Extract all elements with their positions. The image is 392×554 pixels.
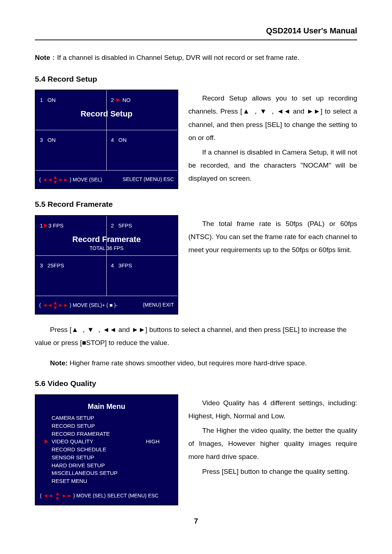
sec55-text: The total frame rate is 50fps (PAL) or 6… bbox=[188, 215, 357, 258]
cell-4-val: ON bbox=[118, 137, 127, 143]
menu-item-label: RECORD FRAMERATE bbox=[52, 430, 110, 438]
framerate-cell-1: 13 FPS bbox=[36, 216, 107, 256]
framerate-cell-4: 4 3FPS bbox=[107, 256, 178, 296]
main-menu-title: Main Menu bbox=[40, 400, 173, 413]
footer-text: ) MOVE (SEL) SELECT (MENU) ESC bbox=[73, 492, 159, 500]
sec54-text: Record Setup allows you to set up record… bbox=[188, 90, 357, 186]
menu-item-label: MISCELLANEOUS SETUP bbox=[52, 469, 118, 477]
footer-right: SELECT (MENU) ESC bbox=[123, 175, 174, 184]
nav-arrows-icon: ◄◄ ▲▼ ►► bbox=[42, 300, 68, 310]
cell-3-val: ON bbox=[48, 137, 56, 143]
footer-open: ( bbox=[40, 492, 42, 500]
manual-title: QSD2014 User's Manual bbox=[266, 26, 357, 35]
note-text: If a channel is disabled in Channel Setu… bbox=[57, 54, 299, 61]
sec55-note-label: Note: bbox=[50, 359, 68, 367]
sec54-para2: If a channel is disabled in Camera Setup… bbox=[188, 146, 357, 185]
record-setup-cell-4: 4 ON bbox=[107, 130, 178, 170]
cell-3-num: 3 bbox=[40, 262, 43, 268]
cell-2-num: 2 bbox=[111, 97, 114, 103]
sec55-para1: The total frame rate is 50fps (PAL) or 6… bbox=[188, 217, 357, 257]
footer-open: ( bbox=[39, 177, 41, 182]
record-setup-footer: ( ◄◄ ▲▼ ►► ) MOVE (SEL) SELECT (MENU) ES… bbox=[36, 170, 177, 188]
sec55-note-text: Higher frame rate shows smoother video, … bbox=[68, 359, 307, 367]
main-menu-footer: ( ◄◄ ▲▼ ►► ) MOVE (SEL) SELECT (MENU) ES… bbox=[40, 491, 173, 501]
cell-3-val: 25FPS bbox=[48, 262, 64, 268]
menu-item-label: RECORD SCHEDULE bbox=[52, 446, 106, 454]
note-channel-setup: Note：If a channel is disabled in Channel… bbox=[35, 52, 357, 63]
heading-5-5: 5.5 Record Framerate bbox=[35, 198, 357, 211]
footer-open: ( bbox=[39, 302, 41, 308]
nav-arrows-icon: ◄◄ ▲▼ ►► bbox=[42, 175, 68, 185]
page-header: QSD2014 User's Manual bbox=[35, 24, 357, 40]
menu-item-label: VIDEO QUALITY bbox=[52, 438, 93, 446]
menu-item-camera-setup: CAMERA SETUP bbox=[52, 414, 173, 422]
note-sep: ： bbox=[50, 54, 57, 61]
menu-item-value: HIGH bbox=[146, 438, 160, 446]
menu-item-label: RESET MENU bbox=[52, 477, 87, 485]
nav-arrows-icon: ◄◄ ▲▼ ►► bbox=[43, 491, 72, 501]
cell-1-num: 1 bbox=[40, 97, 43, 103]
page-number: 7 bbox=[35, 515, 357, 527]
sec56-para1: Video Quality has 4 different settings, … bbox=[188, 397, 357, 423]
cell-2-val: NO bbox=[122, 97, 131, 103]
sec56-para2: The Higher the video quality, the better… bbox=[188, 424, 357, 463]
record-framerate-footer: ( ◄◄ ▲▼ ►► ) MOVE (SEL)+ ( ■ )- (MENU) E… bbox=[36, 296, 177, 314]
sec56-para3: Press [SEL] button to change the quality… bbox=[188, 465, 357, 478]
sec54-para1: Record Setup allows you to set up record… bbox=[188, 92, 357, 144]
cell-2-val: 5FPS bbox=[118, 222, 132, 229]
cell-2-num: 2 bbox=[111, 222, 114, 229]
menu-item-miscellaneous-setup: MISCELLANEOUS SETUP bbox=[52, 469, 173, 477]
menu-item-label: RECORD SETUP bbox=[52, 422, 95, 430]
sec56-text: Video Quality has 4 different settings, … bbox=[188, 394, 357, 480]
footer-left: ) MOVE (SEL) bbox=[70, 177, 102, 182]
menu-item-record-setup: RECORD SETUP bbox=[52, 422, 173, 430]
main-menu-panel: Main Menu CAMERA SETUP RECORD SETUP RECO… bbox=[35, 394, 178, 505]
sec55-below1: Press [▲ ，▼ ，◄◄ and ►►] buttons to selec… bbox=[35, 323, 357, 349]
cell-3-num: 3 bbox=[40, 137, 43, 143]
record-setup-panel: 1 ON 2 NO 3 ON 4 ON Record Setup bbox=[35, 90, 178, 189]
cursor-right-icon bbox=[117, 98, 120, 102]
cell-1-num: 1 bbox=[40, 222, 43, 229]
framerate-cell-2: 2 5FPS bbox=[107, 216, 178, 256]
record-setup-cell-1: 1 ON bbox=[36, 90, 107, 130]
cursor-right-icon bbox=[44, 223, 47, 228]
menu-item-sensor-setup: SENSOR SETUP bbox=[52, 454, 173, 461]
menu-item-record-framerate: RECORD FRAMERATE bbox=[52, 430, 173, 438]
footer-right: (MENU) EXIT bbox=[143, 301, 174, 309]
menu-item-record-schedule: RECORD SCHEDULE bbox=[52, 446, 173, 454]
main-menu-list: CAMERA SETUP RECORD SETUP RECORD FRAMERA… bbox=[52, 414, 173, 485]
cell-4-num: 4 bbox=[111, 137, 114, 143]
menu-item-video-quality: VIDEO QUALITY HIGH bbox=[52, 438, 173, 446]
record-setup-cell-3: 3 ON bbox=[36, 130, 107, 170]
menu-item-label: SENSOR SETUP bbox=[52, 454, 94, 461]
heading-5-6: 5.6 Video Quality bbox=[35, 377, 357, 390]
record-framerate-panel: 13 FPS 2 5FPS 3 25FPS 4 3FPS Record Fram… bbox=[35, 215, 178, 315]
note-label: Note bbox=[35, 54, 50, 61]
cell-4-val: 3FPS bbox=[118, 262, 132, 268]
menu-item-label: CAMERA SETUP bbox=[52, 414, 94, 422]
cell-4-num: 4 bbox=[111, 262, 114, 268]
framerate-cell-3: 3 25FPS bbox=[36, 256, 107, 296]
cell-1-val: 3 FPS bbox=[48, 222, 64, 229]
menu-item-hard-drive-setup: HARD DRIVE SETUP bbox=[52, 461, 173, 469]
cursor-right-icon bbox=[45, 439, 48, 444]
cell-1-val: ON bbox=[48, 97, 56, 103]
menu-item-reset-menu: RESET MENU bbox=[52, 477, 173, 485]
menu-item-label: HARD DRIVE SETUP bbox=[52, 461, 105, 469]
record-setup-cell-2: 2 NO bbox=[107, 90, 178, 130]
sec55-below1-text: Press [▲ ，▼ ，◄◄ and ►►] buttons to selec… bbox=[35, 326, 347, 346]
sec55-below2: Note: Higher frame rate shows smoother v… bbox=[35, 357, 357, 370]
heading-5-4: 5.4 Record Setup bbox=[35, 73, 357, 86]
footer-left: ) MOVE (SEL)+ ( ■ )- bbox=[70, 302, 118, 308]
